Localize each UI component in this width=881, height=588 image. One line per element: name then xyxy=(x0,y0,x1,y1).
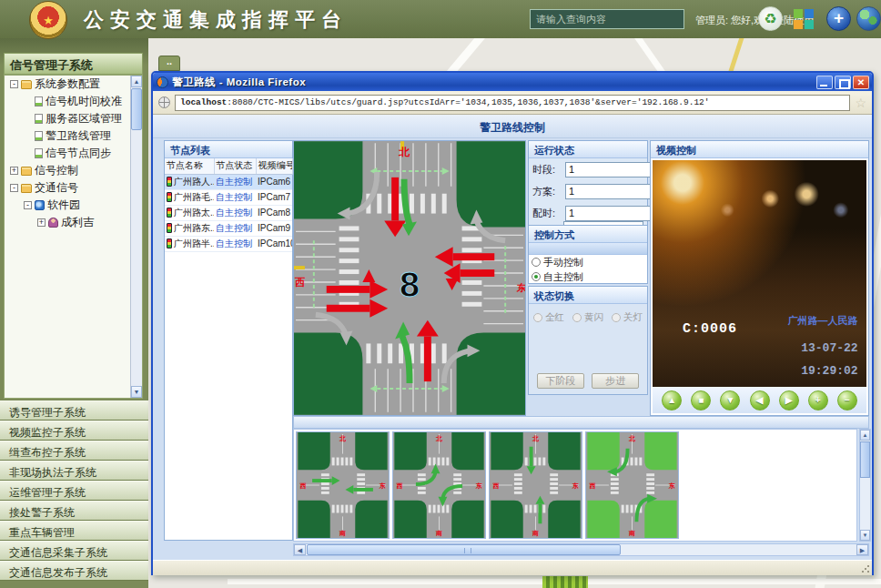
scroll-up-icon[interactable]: ▲ xyxy=(131,76,142,87)
scrollbar-thumb[interactable] xyxy=(860,441,870,478)
globe-icon[interactable] xyxy=(856,6,881,31)
sidebar-section[interactable]: 缉查布控子系统 xyxy=(0,441,148,461)
tree-item[interactable]: 信号节点同步 xyxy=(5,145,142,162)
scroll-right-icon[interactable]: ▶ xyxy=(856,544,868,555)
collapse-icon[interactable]: - xyxy=(10,184,18,192)
minimize-button[interactable] xyxy=(816,76,833,89)
camera-id-cell[interactable]: IPCam7 xyxy=(256,189,292,205)
collapse-icon[interactable]: - xyxy=(10,80,18,88)
scroll-left-icon[interactable]: ◀ xyxy=(294,544,306,555)
window-titlebar[interactable]: 警卫路线 - Mozilla Firefox ✕ xyxy=(153,73,872,91)
table-row[interactable]: 广州路太...自主控制IPCam8 xyxy=(165,205,292,220)
splitter-bar[interactable] xyxy=(293,416,869,429)
radio-icon[interactable] xyxy=(532,258,541,267)
table-row[interactable]: 广州路人...自主控制IPCam6 xyxy=(165,174,292,189)
scroll-down-icon[interactable]: ▼ xyxy=(131,386,142,398)
ptz-down-button[interactable]: ▼ xyxy=(720,390,740,411)
step-button[interactable]: 步进 xyxy=(592,373,639,389)
traffic-light-icon xyxy=(167,223,172,233)
phase-thumbnail[interactable]: 北南西东 xyxy=(392,431,486,539)
ptz-zoom-in-button[interactable]: + xyxy=(808,390,828,411)
refresh-icon[interactable]: ♻ xyxy=(758,6,783,31)
sidebar-section[interactable]: 交通信息采集子系统 xyxy=(0,541,148,561)
node-status-cell[interactable]: 自主控制 xyxy=(214,205,256,220)
apps-grid-icon[interactable] xyxy=(794,9,814,29)
svg-text:北: 北 xyxy=(532,435,540,442)
radio-icon[interactable] xyxy=(532,272,541,281)
tree-item[interactable]: +成利吉 xyxy=(5,214,142,231)
tree-item[interactable]: 信号机时间校准 xyxy=(5,93,142,110)
sidebar-section[interactable]: 重点车辆管理 xyxy=(0,521,148,541)
collapse-handle[interactable]: .. xyxy=(158,56,180,71)
table-row[interactable]: 广州路半...自主控制IPCam10 xyxy=(165,236,292,251)
node-status-cell[interactable]: 自主控制 xyxy=(214,174,256,189)
radio-icon[interactable] xyxy=(533,313,542,322)
phase-thumbnail[interactable]: 北南西东 xyxy=(585,431,679,539)
state-switch-panel: 状态切换 全红黄闪关灯 下阶段步进 xyxy=(528,286,648,395)
node-name-cell[interactable]: 广州路太... xyxy=(165,205,214,220)
phase-thumbnail[interactable]: 北南西东 xyxy=(489,431,582,539)
add-icon[interactable]: + xyxy=(826,6,851,31)
node-name-cell[interactable]: 广州路东... xyxy=(165,220,214,236)
ptz-stop-button[interactable]: ■ xyxy=(691,390,711,411)
strip-vertical-scrollbar[interactable]: ▲ ▼ xyxy=(859,429,871,542)
tree-item[interactable]: -系统参数配置 xyxy=(5,76,142,93)
camera-id-cell[interactable]: IPCam10 xyxy=(256,236,292,251)
column-header[interactable]: 节点状态 xyxy=(214,158,256,174)
radio-icon[interactable] xyxy=(572,313,582,322)
ptz-zoom-out-button[interactable]: − xyxy=(837,390,857,411)
scroll-up-icon[interactable]: ▲ xyxy=(860,430,870,441)
node-status-cell[interactable]: 自主控制 xyxy=(214,236,256,251)
node-status-cell[interactable]: 自主控制 xyxy=(214,189,256,205)
ptz-left-button[interactable]: ◀ xyxy=(750,390,770,411)
table-row[interactable]: 广州路毛...自主控制IPCam7 xyxy=(165,189,292,205)
node-name-cell[interactable]: 广州路毛... xyxy=(165,189,214,205)
sidebar-section[interactable]: 运维管理子系统 xyxy=(0,481,148,501)
collapse-icon[interactable]: - xyxy=(24,201,32,209)
resize-grip[interactable] xyxy=(861,564,870,573)
column-header[interactable]: 视频编号 xyxy=(256,158,292,174)
map-feature-green xyxy=(542,576,588,588)
strip-horizontal-scrollbar[interactable]: ◀ ▶ xyxy=(293,543,869,556)
sidebar-section[interactable]: 非现场执法子系统 xyxy=(0,461,148,481)
maximize-button[interactable] xyxy=(835,76,851,89)
close-button[interactable]: ✕ xyxy=(853,76,869,89)
state-option[interactable]: 黄闪 xyxy=(572,311,603,324)
node-name-cell[interactable]: 广州路半... xyxy=(165,236,214,251)
tree-item[interactable]: 警卫路线管理 xyxy=(5,127,142,145)
table-row[interactable]: 广州路东...自主控制IPCam9 xyxy=(165,220,292,236)
phase-thumbnail[interactable]: 北南西东 xyxy=(296,431,390,539)
ptz-right-button[interactable]: ▶ xyxy=(779,390,799,411)
camera-id-cell[interactable]: IPCam9 xyxy=(256,220,292,236)
tree-scrollbar[interactable]: ▲ ▼ xyxy=(130,76,142,398)
camera-id-cell[interactable]: IPCam6 xyxy=(256,174,292,189)
tree-item[interactable]: +信号控制 xyxy=(5,162,142,179)
sidebar-panel-title[interactable]: 信号管理子系统 xyxy=(4,53,143,75)
expand-icon[interactable]: + xyxy=(37,218,46,227)
radio-icon[interactable] xyxy=(612,313,621,322)
sidebar-section[interactable]: 视频监控子系统 xyxy=(0,421,148,441)
scrollbar-thumb[interactable] xyxy=(131,88,142,130)
search-input[interactable] xyxy=(530,9,684,29)
bookmark-star-icon[interactable]: ☆ xyxy=(855,96,866,109)
control-mode-option[interactable]: 自主控制 xyxy=(529,269,647,284)
ptz-up-button[interactable]: ▲ xyxy=(662,390,682,411)
state-option[interactable]: 全红 xyxy=(533,311,564,324)
sidebar-section[interactable]: 接处警子系统 xyxy=(0,501,148,521)
state-option[interactable]: 关灯 xyxy=(612,311,643,324)
expand-icon[interactable]: + xyxy=(10,167,18,175)
node-name-cell[interactable]: 广州路人... xyxy=(165,174,214,189)
scroll-down-icon[interactable]: ▼ xyxy=(860,530,870,541)
control-mode-option[interactable]: 手动控制 xyxy=(529,255,647,269)
address-input[interactable]: localhost:8080/CTC-MICS/libs/utcs/guard.… xyxy=(175,95,850,111)
tree-item[interactable]: -软件园 xyxy=(5,197,142,214)
sidebar-section[interactable]: 诱导管理子系统 xyxy=(0,400,148,421)
step-button[interactable]: 下阶段 xyxy=(537,373,584,389)
camera-id-cell[interactable]: IPCam8 xyxy=(256,205,292,220)
node-status-cell[interactable]: 自主控制 xyxy=(214,220,256,236)
tree-item[interactable]: 服务器区域管理 xyxy=(5,110,142,127)
column-header[interactable]: 节点名称 xyxy=(165,158,214,174)
scrollbar-thumb[interactable] xyxy=(307,544,621,555)
tree-item[interactable]: -交通信号 xyxy=(5,179,142,197)
sidebar-section[interactable]: 交通信息发布子系统 xyxy=(0,561,148,581)
